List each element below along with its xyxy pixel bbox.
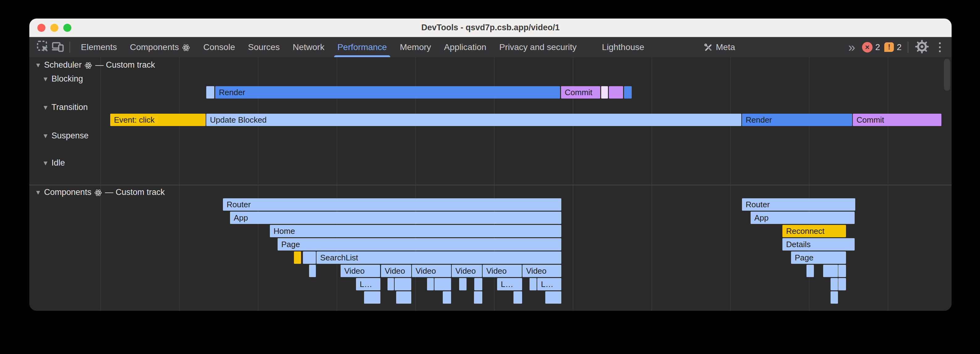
tab-elements[interactable]: Elements [75, 37, 124, 57]
component-span-reconnect[interactable]: Reconnect [783, 225, 846, 237]
tab-lighthouse[interactable]: Lighthouse [596, 37, 651, 57]
component-span-router[interactable]: Router [742, 198, 855, 210]
more-tabs-button[interactable]: » [845, 41, 858, 53]
console-errors-badge[interactable]: × 2 [862, 42, 880, 53]
tab-meta[interactable]: Meta [697, 37, 741, 57]
component-span-video[interactable]: Video [483, 265, 522, 277]
component-span-page[interactable]: Page [791, 252, 846, 264]
component-span[interactable] [838, 278, 846, 290]
scheduler-row-blocking[interactable]: ▼Blocking [42, 74, 83, 84]
tab-components[interactable]: Components [124, 37, 197, 57]
component-span[interactable] [309, 265, 316, 277]
vertical-scrollbar-thumb[interactable] [944, 59, 950, 91]
component-span[interactable] [830, 291, 838, 304]
component-span[interactable] [388, 278, 394, 290]
component-span-app[interactable]: App [230, 212, 561, 224]
scheduler-event[interactable] [624, 86, 632, 99]
scheduler-track-header[interactable]: ▼ Scheduler — Custom track [35, 60, 155, 70]
component-span-searchlist[interactable]: SearchList [317, 252, 561, 264]
react-atom-icon [84, 60, 92, 70]
scheduler-event-commit[interactable]: Commit [561, 86, 600, 99]
scheduler-event[interactable] [609, 86, 623, 99]
component-span[interactable] [427, 278, 434, 290]
scheduler-event-render[interactable]: Render [215, 86, 560, 99]
settings-button[interactable] [915, 39, 929, 55]
component-span[interactable] [474, 278, 482, 290]
component-span[interactable] [396, 291, 411, 304]
track-name: Scheduler [44, 60, 82, 70]
component-span[interactable] [294, 252, 301, 264]
component-span-l[interactable]: L… [356, 278, 380, 290]
component-span[interactable] [823, 265, 838, 277]
component-span-video[interactable]: Video [452, 265, 482, 277]
components-track-header[interactable]: ▼ Components — Custom track [35, 188, 165, 197]
time-gridline [100, 57, 101, 311]
component-span[interactable] [459, 278, 466, 290]
expand-arrow-icon: ▼ [42, 104, 49, 111]
component-span-details[interactable]: Details [783, 238, 854, 250]
track-name: Components [44, 188, 91, 197]
component-span-video[interactable]: Video [340, 265, 380, 277]
component-span-l[interactable]: L… [497, 278, 522, 290]
component-span[interactable] [434, 278, 451, 290]
component-span[interactable] [364, 291, 380, 304]
tab-label: Sources [248, 42, 280, 52]
tab-performance[interactable]: Performance [331, 37, 393, 57]
component-span[interactable] [545, 291, 561, 304]
scheduler-event-render[interactable]: Render [742, 114, 852, 126]
issues-badge[interactable]: ! 2 [884, 42, 902, 52]
tab-sources[interactable]: Sources [242, 37, 286, 57]
scheduler-event-update-blocked[interactable]: Update Blocked [206, 114, 741, 126]
panel-tabs: ElementsComponents ConsoleSourcesNetwork… [75, 37, 741, 57]
scheduler-row-transition[interactable]: ▼Transition [42, 102, 88, 112]
tab-console[interactable]: Console [197, 37, 242, 57]
expand-arrow-icon: ▼ [42, 159, 49, 167]
scheduler-event[interactable] [206, 86, 214, 99]
expand-arrow-icon: ▼ [42, 132, 49, 140]
close-window-button[interactable] [37, 24, 45, 32]
devtools-toolbar: ElementsComponents ConsoleSourcesNetwork… [29, 37, 951, 57]
component-span-l[interactable]: L… [537, 278, 561, 290]
expand-arrow-icon: ▼ [42, 75, 49, 83]
component-span[interactable] [303, 252, 316, 264]
scheduler-event-event-click[interactable]: Event: click [110, 114, 206, 126]
component-span-home[interactable]: Home [270, 225, 561, 237]
tab-label: Lighthouse [602, 42, 644, 52]
scheduler-row-idle[interactable]: ▼Idle [42, 158, 65, 168]
tab-network[interactable]: Network [286, 37, 331, 57]
toolbar-right-cluster: » × 2 ! 2 [845, 39, 946, 55]
scheduler-row-suspense[interactable]: ▼Suspense [42, 131, 89, 140]
component-span[interactable] [514, 291, 522, 304]
toolbar-divider [70, 42, 70, 53]
scheduler-event[interactable] [601, 86, 608, 99]
component-span[interactable] [474, 291, 482, 304]
component-span-page[interactable]: Page [278, 238, 561, 250]
performance-panel-canvas: ▼ Scheduler — Custom track ▼Blocking▼Tra… [29, 57, 951, 311]
time-gridline [651, 57, 652, 311]
component-span[interactable] [830, 278, 838, 290]
minimize-window-button[interactable] [50, 24, 58, 32]
toolbar-divider [908, 42, 908, 53]
component-span-video[interactable]: Video [381, 265, 411, 277]
tab-label: Network [293, 42, 325, 52]
customize-devtools-button[interactable] [934, 39, 946, 55]
component-span-video[interactable]: Video [412, 265, 451, 277]
component-span-app[interactable]: App [751, 212, 854, 224]
tab-label: Elements [81, 42, 117, 52]
scheduler-event-commit[interactable]: Commit [853, 114, 942, 126]
tab-memory[interactable]: Memory [393, 37, 438, 57]
inspect-element-button[interactable] [35, 39, 50, 55]
component-span[interactable] [530, 278, 537, 290]
maximize-window-button[interactable] [63, 24, 71, 32]
issue-icon: ! [884, 42, 894, 52]
tab-privacy-and-security[interactable]: Privacy and security [493, 37, 583, 57]
component-span[interactable] [807, 265, 814, 277]
issue-count: 2 [897, 42, 902, 52]
component-span-video[interactable]: Video [522, 265, 561, 277]
component-span[interactable] [395, 278, 411, 290]
tab-application[interactable]: Application [438, 37, 493, 57]
toggle-device-toolbar-button[interactable] [50, 39, 65, 55]
component-span[interactable] [838, 265, 846, 277]
component-span[interactable] [443, 291, 451, 304]
component-span-router[interactable]: Router [223, 198, 561, 210]
